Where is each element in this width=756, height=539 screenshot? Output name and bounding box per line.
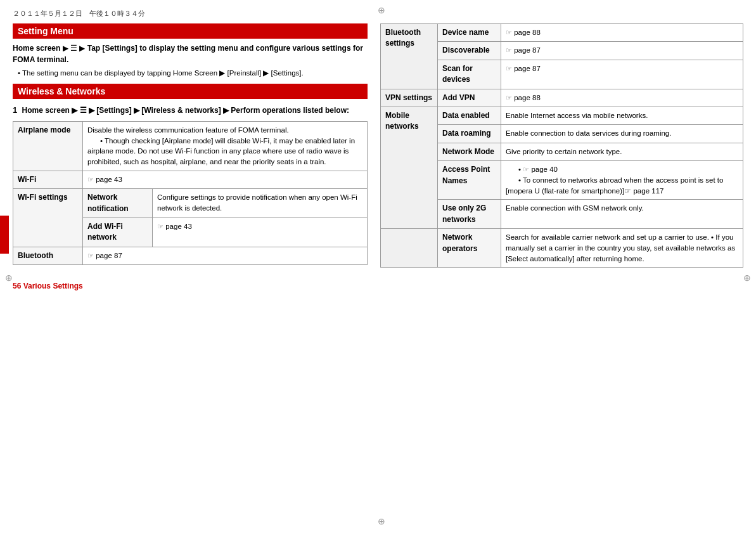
wifi-label: Wi-Fi: [13, 171, 83, 188]
mobile-data-enabled-row: Mobile networks Data enabled Enable Inte…: [381, 107, 743, 124]
data-roaming-label: Data roaming: [438, 125, 501, 143]
menu-icon: ☰: [70, 44, 77, 53]
date-text: ２０１１年５月１２日 午後１０時３４分: [13, 10, 145, 17]
left-column: Setting Menu Home screen ▶ ☰ ▶ Tap [Sett…: [13, 23, 368, 268]
apn-label: Access Point Names: [438, 161, 501, 200]
page-footer: 56 Various Settings: [0, 278, 756, 294]
settings-table: Airplane mode Disable the wireless commu…: [13, 121, 368, 265]
airplane-label: Airplane mode: [13, 122, 83, 171]
mobile-operators-row: Network operators Search for available c…: [381, 229, 743, 268]
intro-text: Home screen ▶ ☰ ▶ Tap [Settings] to disp…: [13, 42, 368, 65]
network-notif-label: Network notification: [83, 189, 153, 218]
data-enabled-desc: Enable Internet access via mobile networ…: [501, 107, 743, 124]
main-content: Setting Menu Home screen ▶ ☰ ▶ Tap [Sett…: [0, 23, 756, 268]
use-2g-desc: Enable connection with GSM network only.: [501, 200, 743, 229]
setting-menu-heading: Setting Menu: [13, 23, 368, 39]
add-vpn-desc: ☞ page 88: [501, 89, 743, 107]
bt-device-name-row: Bluetooth settings Device name ☞ page 88: [381, 24, 743, 42]
network-notif-desc: Configure settings to provide notificati…: [153, 189, 368, 218]
data-enabled-label: Data enabled: [438, 107, 501, 124]
page-container: ⊕ ⊕ ⊕ ⊕ ２０１１年５月１２日 午後１０時３４分 Setting Menu…: [0, 0, 756, 539]
step-line: 1 Home screen ▶ ☰ ▶ [Settings] ▶ [Wirele…: [13, 104, 368, 117]
scan-devices-desc: ☞ page 87: [501, 60, 743, 89]
use-2g-label: Use only 2G networks: [438, 200, 501, 229]
page-number: 56: [13, 282, 23, 290]
mobile-networks-cat: Mobile networks: [381, 107, 438, 228]
wifi-settings-label: Wi-Fi settings: [13, 189, 83, 247]
bluetooth-row: Bluetooth ☞ page 87: [13, 247, 368, 264]
airplane-desc: Disable the wireless communication featu…: [83, 122, 368, 171]
right-table: Bluetooth settings Device name ☞ page 88…: [380, 23, 743, 268]
airplane-bullet: • Though checking [Airplane mode] will d…: [87, 137, 355, 166]
crosshair-top-icon: ⊕: [378, 5, 385, 15]
intro-arrow-1: ▶: [79, 44, 87, 53]
add-vpn-label: Add VPN: [438, 89, 501, 107]
device-name-desc: ☞ page 88: [501, 24, 743, 42]
step-settings: [Settings]: [96, 106, 131, 115]
add-wifi-label: Add Wi-Fi network: [83, 218, 153, 247]
step-wireless: [Wireless & networks]: [141, 106, 221, 115]
step-number: 1: [13, 105, 17, 115]
wifi-desc: ☞ page 43: [83, 171, 368, 188]
discoverable-desc: ☞ page 87: [501, 42, 743, 60]
network-mode-desc: Give priority to certain network type.: [501, 143, 743, 160]
step-arrow3: ▶: [134, 106, 141, 115]
bluetooth-desc: ☞ page 87: [83, 247, 368, 264]
red-side-block: [0, 216, 9, 254]
airplane-mode-row: Airplane mode Disable the wireless commu…: [13, 122, 368, 171]
discoverable-label: Discoverable: [438, 42, 501, 60]
wifi-row: Wi-Fi ☞ page 43: [13, 171, 368, 188]
bluetooth-label: Bluetooth: [13, 247, 83, 264]
step-home: Home screen: [22, 106, 70, 115]
section-title: Various Settings: [23, 282, 83, 290]
step-menu-icon: ☰: [80, 106, 87, 115]
intro-icon-1: ▶: [63, 44, 70, 53]
add-wifi-desc: ☞ page 43: [153, 218, 368, 247]
crosshair-left-icon: ⊕: [5, 273, 13, 283]
right-column: Bluetooth settings Device name ☞ page 88…: [380, 23, 743, 268]
crosshair-right-icon: ⊕: [743, 273, 751, 283]
network-operators-label: Network operators: [438, 229, 501, 268]
vpn-settings-cat: VPN settings: [381, 89, 438, 107]
wireless-heading: Wireless & Networks: [13, 84, 368, 99]
crosshair-bottom-icon: ⊕: [378, 516, 385, 526]
bt-settings-cat: Bluetooth settings: [381, 24, 438, 89]
bullet-text-1: • The setting menu can be displayed by t…: [18, 68, 368, 79]
wifi-settings-notif-row: Wi-Fi settings Network notification Conf…: [13, 189, 368, 218]
mobile-networks-cat-2: [381, 229, 438, 268]
network-mode-label: Network Mode: [438, 143, 501, 160]
step-perform: Perform operations listed below:: [231, 106, 349, 115]
vpn-row: VPN settings Add VPN ☞ page 88: [381, 89, 743, 107]
device-name-label: Device name: [438, 24, 501, 42]
scan-devices-label: Scan for devices: [438, 60, 501, 89]
network-operators-desc: Search for available carrier network and…: [501, 229, 743, 268]
home-screen-label: Home screen: [13, 44, 60, 53]
data-roaming-desc: Enable connection to data services durin…: [501, 125, 743, 143]
step-arrow2: ▶: [89, 106, 96, 115]
step-arrow4: ▶: [223, 106, 231, 115]
apn-desc: • ☞ page 40 • To connect to networks abr…: [501, 161, 743, 200]
step-arrow1: ▶: [72, 106, 79, 115]
